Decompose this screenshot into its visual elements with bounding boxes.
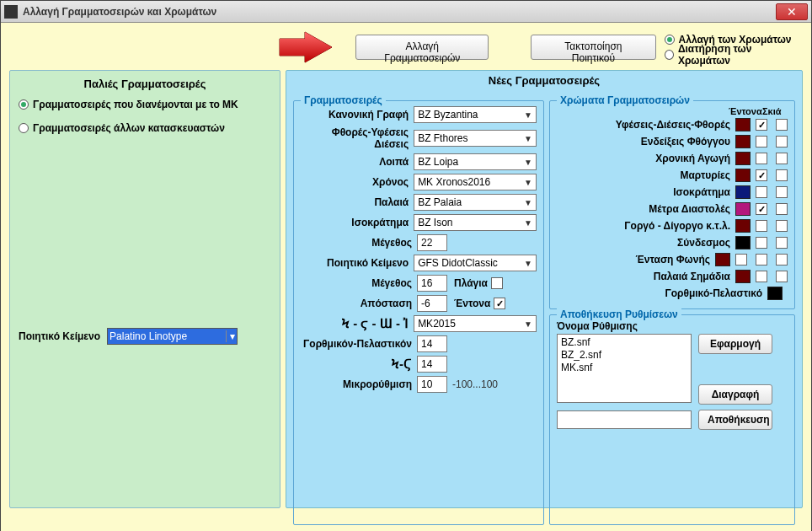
fonts-fieldset: Γραμματοσειρές Κανονική ΓραφήBZ Byzantin… xyxy=(293,100,544,525)
bold-checkbox[interactable]: Έντονα xyxy=(454,298,505,309)
delete-button[interactable]: Διαγραφή xyxy=(698,384,772,405)
special-label: Ϟ-Ϛ xyxy=(301,357,417,372)
entona-checkbox[interactable] xyxy=(756,136,767,148)
select-value: BZ Loipa xyxy=(418,156,458,168)
svg-marker-1 xyxy=(280,32,332,62)
radio-icon xyxy=(19,123,29,133)
micro-input[interactable]: 10 xyxy=(417,376,447,393)
radio-icon xyxy=(665,35,675,45)
font-select[interactable]: MK Xronos2016▼ xyxy=(414,174,537,190)
skia-checkbox[interactable] xyxy=(776,169,788,181)
color-swatch[interactable] xyxy=(735,236,751,249)
martyries-label: Ϟ - ϛ - Ɯ - Ἰ xyxy=(301,316,414,331)
color-swatch[interactable] xyxy=(767,287,783,300)
old-poetic-select[interactable]: Palatino Linotype ▾ xyxy=(107,328,238,345)
gorthm-input[interactable]: 14 xyxy=(417,335,447,352)
font-row-label: Ισοκράτημα xyxy=(301,217,414,228)
skia-checkbox[interactable] xyxy=(776,271,788,282)
settings-list-item[interactable]: BZ_2.snf xyxy=(561,349,687,362)
font-row-label: Φθορές-Υφέσεις Διέσεις xyxy=(301,126,414,150)
size2-label: Μέγεθος xyxy=(301,277,417,289)
font-select[interactable]: GFS DidotClassic▼ xyxy=(414,255,537,271)
skia-checkbox[interactable] xyxy=(776,136,788,148)
select-value: BZ Palaia xyxy=(418,196,462,208)
color-swatch[interactable] xyxy=(735,135,751,148)
italics-checkbox[interactable]: Πλάγια xyxy=(454,277,503,289)
select-value: Palatino Linotype xyxy=(110,330,187,342)
entona-checkbox[interactable] xyxy=(756,220,767,232)
skia-checkbox[interactable] xyxy=(776,237,788,249)
color-swatch[interactable] xyxy=(735,219,751,233)
settings-name-input[interactable] xyxy=(557,410,692,429)
settings-list-item[interactable]: BZ.snf xyxy=(561,336,687,349)
check-label: Πλάγια xyxy=(454,277,488,289)
radio-label: Γραμματοσειρές άλλων κατασκευαστών xyxy=(33,122,225,134)
select-value: BZ Fthores xyxy=(418,132,467,144)
check-label: Έντονα xyxy=(454,298,490,309)
settings-list-item[interactable]: MK.snf xyxy=(561,362,687,374)
color-swatch[interactable] xyxy=(735,169,751,182)
entona-checkbox[interactable] xyxy=(756,203,767,215)
skia-checkbox[interactable] xyxy=(776,119,788,131)
color-row-label: Υφέσεις-Διέσεις-Φθορές xyxy=(557,119,735,131)
col-skia-header: Σκιά xyxy=(762,106,784,116)
font-select[interactable]: BZ Palaia▼ xyxy=(414,194,537,211)
entona-checkbox[interactable] xyxy=(756,186,767,198)
entona-checkbox[interactable] xyxy=(756,119,767,131)
radio-other-fonts[interactable]: Γραμματοσειρές άλλων κατασκευαστών xyxy=(19,122,271,134)
entona-checkbox[interactable] xyxy=(756,271,767,282)
color-swatch[interactable] xyxy=(735,270,751,283)
old-poetic-label: Ποιητικό Κείμενο xyxy=(19,330,100,342)
radio-label: Γραμματοσειρές που διανέμονται με το ΜΚ xyxy=(33,99,238,110)
new-fonts-panel: Νέες Γραμματοσειρές Γραμματοσειρές Κανον… xyxy=(286,70,803,508)
change-fonts-button[interactable]: Αλλαγή Γραμματοσειρών xyxy=(355,35,489,60)
skia-checkbox[interactable] xyxy=(776,220,788,232)
spacing-input[interactable]: -6 xyxy=(417,295,447,312)
old-fonts-panel: Παλιές Γραμματοσειρές Γραμματοσειρές που… xyxy=(9,70,280,508)
color-swatch[interactable] xyxy=(735,185,751,199)
color-row-label: Γορθμικό-Πελαστικό xyxy=(557,287,767,299)
titlebar: Αλλαγή Γραμματοσειρών και Χρωμάτων ✕ xyxy=(1,1,811,23)
color-row-label: Μέτρα Διαστολές xyxy=(557,203,735,215)
skia-checkbox[interactable] xyxy=(776,186,788,198)
color-swatch[interactable] xyxy=(735,118,751,131)
font-select[interactable]: BZ Ison▼ xyxy=(414,214,537,231)
radio-mk-fonts[interactable]: Γραμματοσειρές που διανέμονται με το ΜΚ xyxy=(19,99,271,110)
font-num-input[interactable]: 22 xyxy=(417,234,447,251)
radio-keep-colors[interactable]: Διατήρηση των Χρωμάτων xyxy=(665,47,798,62)
skia-checkbox[interactable] xyxy=(776,153,788,164)
color-swatch[interactable] xyxy=(735,152,751,165)
apply-button[interactable]: Εφαρμογή xyxy=(698,334,772,354)
save-button[interactable]: Αποθήκευση xyxy=(698,410,772,430)
close-button[interactable]: ✕ xyxy=(776,3,808,20)
radio-icon xyxy=(19,99,29,110)
entona-checkbox[interactable] xyxy=(756,169,767,181)
radio-label: Διατήρηση των Χρωμάτων xyxy=(678,43,798,67)
skia-checkbox[interactable] xyxy=(776,203,788,215)
color-row-label: Ισοκράτημα xyxy=(557,186,735,198)
entona-checkbox[interactable] xyxy=(756,237,767,249)
color-swatch[interactable] xyxy=(715,253,730,266)
font-select[interactable]: BZ Byzantina▼ xyxy=(414,106,537,123)
color-row-label: Γοργό - Δίγοργο κ.τ.λ. xyxy=(557,220,735,232)
entona-checkbox[interactable] xyxy=(735,254,747,266)
font-select[interactable]: BZ Fthores▼ xyxy=(414,130,537,147)
settings-listbox[interactable]: BZ.snfBZ_2.snfMK.snf xyxy=(557,334,692,403)
special-input[interactable]: 14 xyxy=(417,356,447,373)
extra-checkbox[interactable] xyxy=(776,254,788,266)
size2-input[interactable]: 16 xyxy=(417,275,447,292)
martyries-select[interactable]: MK2015 ▼ xyxy=(414,315,537,332)
skia-checkbox[interactable] xyxy=(756,254,767,266)
chevron-down-icon: ▼ xyxy=(524,178,532,187)
micro-hint: -100...100 xyxy=(452,378,498,390)
chevron-down-icon: ▼ xyxy=(524,158,532,167)
font-select[interactable]: BZ Loipa▼ xyxy=(414,153,537,170)
font-row-label: Μέγεθος xyxy=(301,237,417,249)
color-swatch[interactable] xyxy=(735,202,751,216)
entona-checkbox[interactable] xyxy=(756,153,767,164)
settings-name-label: Όνομα Ρύθμισης xyxy=(557,320,788,332)
checkbox-icon xyxy=(491,277,503,289)
arrange-poetic-button[interactable]: Τακτοποίηση Ποιητικού xyxy=(531,35,655,60)
color-row-label: Ενδείξεις Φθόγγου xyxy=(557,136,735,148)
settings-fieldset: Αποθήκευση Ρυθμίσεων Όνομα Ρύθμισης BZ.s… xyxy=(549,314,795,525)
